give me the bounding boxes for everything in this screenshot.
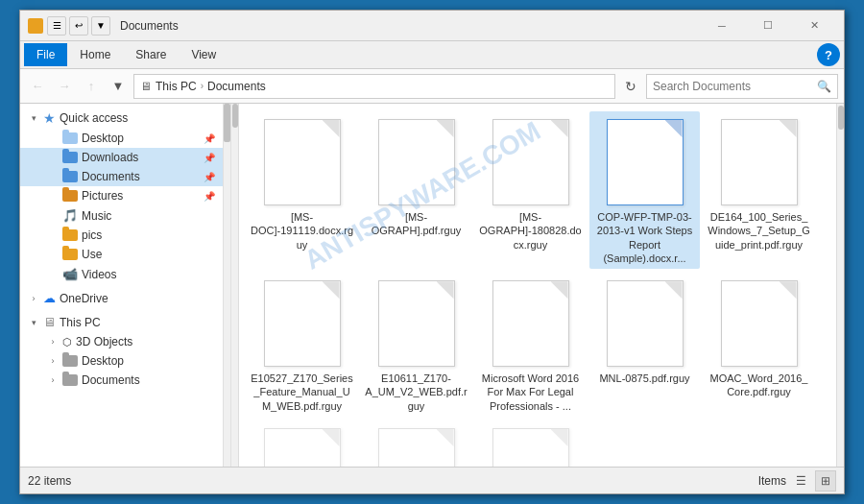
sidebar-item-pics[interactable]: pics: [20, 226, 223, 245]
sidebar-item-desktop[interactable]: Desktop 📌: [20, 129, 223, 148]
expand-use: [47, 249, 59, 260]
file-item[interactable]: MNL-0875.pdf.rguy: [589, 273, 700, 417]
path-this-pc-label: This PC: [156, 80, 197, 93]
expand-downloads: [47, 152, 59, 163]
sidebar-item-onedrive[interactable]: › ☁ OneDrive: [20, 288, 223, 308]
file-item[interactable]: Microsoft Word 2016 For Max For Legal Pr…: [475, 273, 586, 417]
view-details-button[interactable]: ☰: [790, 470, 811, 492]
status-bar: 22 items Items ☰ ⊞: [20, 467, 844, 493]
status-items-label: Items: [758, 474, 786, 488]
up-button[interactable]: ↑: [80, 75, 103, 98]
qat-down[interactable]: ▼: [91, 16, 110, 36]
search-input[interactable]: [653, 80, 813, 93]
close-button[interactable]: ✕: [792, 11, 836, 41]
quick-access-label: Quick access: [60, 111, 128, 125]
pics-folder-icon: [62, 229, 78, 241]
sidebar-item-documents-pc[interactable]: › Documents: [20, 371, 223, 390]
sidebar-use-label: Use: [82, 248, 102, 261]
explorer-window: ☰ ↩ ▼ Documents ─ ☐ ✕ File Home Share Vi…: [19, 10, 845, 494]
file-item[interactable]: E10527_Z170_Series_Feature_Manual_UM_WEB…: [247, 273, 357, 417]
search-icon: 🔍: [817, 80, 831, 93]
file-thumbnail: [492, 428, 569, 467]
path-this-pc[interactable]: This PC: [156, 80, 197, 93]
address-path[interactable]: 🖥 This PC › Documents: [133, 74, 615, 99]
documents-folder-icon: [62, 171, 78, 182]
file-item[interactable]: MOAC_Word_2016_Core.pdf.rguy: [704, 273, 814, 417]
documents-pc-folder-icon: [62, 374, 78, 386]
sidebar-3d-objects-label: 3D Objects: [76, 335, 132, 348]
file-thumbnail: [721, 119, 798, 205]
this-pc-icon: 🖥: [43, 315, 56, 329]
tab-file[interactable]: File: [24, 43, 67, 66]
sidebar-item-desktop-pc[interactable]: › Desktop: [20, 351, 223, 371]
sidebar-onedrive-label: OneDrive: [60, 292, 108, 305]
file-item[interactable]: [MS-OGRAPH].pdf.rguy: [361, 111, 471, 269]
file-thumbnail: [378, 119, 455, 205]
minimize-button[interactable]: ─: [700, 11, 744, 41]
tab-home[interactable]: Home: [67, 43, 123, 66]
sidebar-documents-label: Documents: [82, 170, 140, 183]
sidebar: ▾ ★ Quick access Desktop 📌: [20, 104, 231, 467]
file-name: COP-WFP-TMP-03-2013-v1 Work Steps Report…: [593, 210, 696, 265]
view-large-icons-button[interactable]: ⊞: [815, 470, 836, 492]
sidebar-item-downloads[interactable]: Downloads 📌: [20, 148, 223, 167]
quick-access-toolbar: ☰ ↩ ▼: [47, 16, 110, 36]
window-controls: ─ ☐ ✕: [700, 11, 836, 41]
search-box[interactable]: 🔍: [646, 74, 838, 99]
downloads-folder-icon: [62, 152, 78, 163]
sidebar-item-documents[interactable]: Documents 📌: [20, 167, 223, 186]
onedrive-icon: ☁: [43, 291, 56, 305]
expand-quick-access: ▾: [28, 112, 39, 124]
maximize-button[interactable]: ☐: [746, 11, 790, 41]
file-item[interactable]: [361, 420, 471, 467]
file-item[interactable]: E10611_Z170-A_UM_V2_WEB.pdf.rguy: [361, 273, 471, 417]
forward-button[interactable]: →: [53, 75, 76, 98]
address-bar: ← → ↑ ▼ 🖥 This PC › Documents ↻ 🔍: [20, 69, 844, 104]
file-item[interactable]: DE164_100_Series_Windows_7_Setup_Guide_p…: [704, 111, 814, 269]
qat-properties[interactable]: ☰: [47, 16, 66, 36]
file-thumbnail: [492, 119, 569, 205]
sidebar-quick-access[interactable]: ▾ ★ Quick access: [20, 108, 223, 129]
quick-access-icon: ★: [43, 110, 56, 126]
path-sep-1: ›: [201, 81, 204, 91]
refresh-button[interactable]: ↻: [619, 75, 642, 98]
content-vscrollbar-right[interactable]: [836, 104, 844, 467]
recent-locations-button[interactable]: ▼: [107, 75, 130, 98]
qat-undo[interactable]: ↩: [69, 16, 88, 36]
expand-pictures: [47, 190, 59, 202]
sidebar-item-pictures[interactable]: Pictures 📌: [20, 186, 223, 205]
use-folder-icon: [62, 249, 78, 260]
expand-desktop: [47, 132, 59, 144]
file-item[interactable]: [475, 420, 586, 467]
file-item[interactable]: [MS-DOC]-191119.docx.rguy: [247, 111, 357, 269]
path-documents[interactable]: Documents: [207, 80, 266, 93]
sidebar-item-music[interactable]: 🎵 Music: [20, 205, 223, 226]
sidebar-item-3d-objects[interactable]: › ⬡ 3D Objects: [20, 332, 223, 351]
file-item[interactable]: COP-WFP-TMP-03-2013-v1 Work Steps Report…: [589, 111, 700, 269]
videos-icon: 📹: [62, 267, 78, 281]
tab-view[interactable]: View: [179, 43, 228, 66]
sidebar-scroll-thumb[interactable]: [224, 104, 230, 142]
file-item[interactable]: [MS-OGRAPH]-180828.docx.rguy: [475, 111, 586, 269]
file-name: Microsoft Word 2016 For Max For Legal Pr…: [479, 372, 582, 413]
tab-share[interactable]: Share: [123, 43, 179, 66]
help-button[interactable]: ?: [817, 43, 840, 66]
file-thumbnail: [607, 119, 684, 205]
expand-this-pc: ▾: [28, 317, 39, 328]
vscroll-thumb-left[interactable]: [232, 104, 238, 128]
sidebar-desktop2-label: Desktop: [82, 354, 124, 368]
vscroll-thumb-right[interactable]: [838, 106, 844, 130]
sidebar-downloads-label: Downloads: [82, 151, 138, 164]
sidebar-item-use[interactable]: Use: [20, 245, 223, 264]
sidebar-item-this-pc[interactable]: ▾ 🖥 This PC: [20, 312, 223, 332]
expand-3d: ›: [47, 336, 59, 348]
sidebar-item-videos[interactable]: 📹 Videos: [20, 264, 223, 284]
file-item[interactable]: [247, 420, 357, 467]
content-vscrollbar-left[interactable]: [231, 104, 239, 467]
expand-music: [47, 210, 59, 222]
file-name: [MS-DOC]-191119.docx.rguy: [251, 210, 353, 252]
window-icon: [28, 18, 43, 34]
sidebar-scrollbar[interactable]: [223, 104, 230, 467]
window-title: Documents: [116, 19, 700, 33]
back-button[interactable]: ←: [26, 75, 49, 98]
